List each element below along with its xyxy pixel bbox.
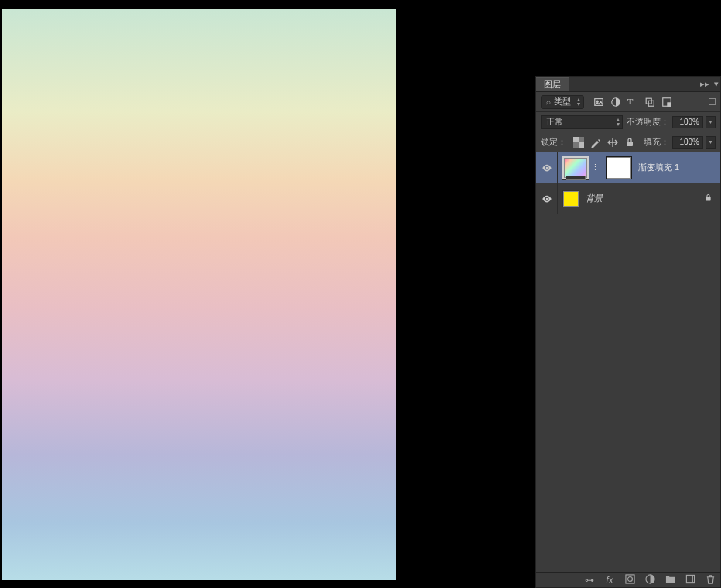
filter-adjust-icon[interactable] (610, 97, 621, 108)
svg-rect-14 (625, 574, 634, 583)
svg-rect-6 (668, 102, 671, 105)
lock-pixels-icon[interactable] (590, 137, 601, 148)
svg-rect-8 (573, 137, 579, 142)
svg-rect-17 (686, 575, 694, 583)
chevron-updown-icon: ▴▾ (577, 97, 580, 107)
svg-rect-9 (579, 142, 584, 148)
layer-thumbnail[interactable] (562, 156, 589, 179)
svg-point-11 (545, 166, 548, 169)
fill-field[interactable]: 100% (672, 136, 703, 149)
svg-rect-13 (706, 197, 710, 201)
layer-mask-thumbnail[interactable] (606, 156, 632, 179)
svg-point-1 (596, 101, 598, 102)
opacity-dropdown[interactable]: ▼ (706, 116, 716, 128)
lock-position-icon[interactable] (607, 137, 618, 148)
tab-layers[interactable]: 图层 (536, 77, 569, 91)
blend-mode-dropdown[interactable]: 正常 ▴▾ (541, 115, 623, 129)
blend-mode-value: 正常 (546, 116, 563, 128)
layer-fx-icon[interactable]: fx (604, 575, 615, 586)
fill-dropdown[interactable]: ▼ (706, 136, 716, 149)
visibility-toggle[interactable] (536, 183, 558, 214)
lock-icon (704, 193, 712, 203)
filter-text-icon[interactable]: T (627, 97, 638, 108)
menu-icon[interactable]: ▾ (714, 79, 719, 89)
visibility-toggle[interactable] (536, 152, 558, 183)
layer-list: ⋮ 渐变填充 1 背景 (536, 152, 720, 572)
svg-point-15 (627, 576, 632, 581)
layer-panel-footer: ⊶ fx (536, 572, 720, 587)
layer-name[interactable]: 渐变填充 1 (638, 162, 679, 173)
svg-point-12 (545, 197, 548, 200)
panel-menu[interactable]: ▸▸ ▾ (700, 79, 719, 89)
collapse-icon[interactable]: ▸▸ (700, 79, 709, 89)
layer-thumbnail[interactable] (562, 190, 579, 207)
opacity-field[interactable]: 100% (672, 116, 703, 128)
lock-transparency-icon[interactable] (573, 137, 584, 148)
layer-gradient-fill-1[interactable]: ⋮ 渐变填充 1 (536, 152, 720, 183)
svg-rect-10 (627, 142, 633, 146)
link-layers-icon[interactable]: ⊶ (584, 575, 595, 586)
link-icon[interactable]: ⋮ (591, 162, 599, 173)
filter-kind-dropdown[interactable]: ⌕ 类型 ▴▾ (541, 95, 584, 109)
new-adjustment-icon[interactable] (644, 574, 655, 586)
opacity-label: 不透明度： (627, 116, 669, 128)
layers-panel: 图层 ▸▸ ▾ ⌕ 类型 ▴▾ T (535, 76, 721, 588)
canvas-document[interactable] (2, 9, 396, 580)
layer-name[interactable]: 背景 (586, 193, 603, 204)
lock-label: 锁定： (541, 136, 566, 148)
filter-pixel-icon[interactable] (593, 97, 604, 108)
filter-toggle[interactable] (709, 98, 716, 105)
search-icon: ⌕ (546, 97, 551, 106)
filter-shape-icon[interactable] (644, 97, 655, 108)
new-group-icon[interactable] (665, 574, 675, 586)
new-layer-icon[interactable] (685, 574, 695, 586)
chevron-updown-icon: ▴▾ (617, 118, 620, 127)
add-mask-icon[interactable] (624, 574, 635, 586)
layer-background[interactable]: 背景 (536, 183, 720, 214)
lock-all-icon[interactable] (624, 137, 635, 148)
blend-row: 正常 ▴▾ 不透明度： 100% ▼ (536, 112, 720, 132)
panel-tabbar: 图层 ▸▸ ▾ (536, 77, 720, 92)
lock-row: 锁定： 填充： 100% ▼ (536, 132, 720, 152)
filter-row: ⌕ 类型 ▴▾ T (536, 92, 720, 112)
filter-smart-icon[interactable] (661, 97, 672, 108)
filter-kind-label: 类型 (554, 96, 571, 108)
delete-layer-icon[interactable] (705, 574, 716, 586)
fill-label: 填充： (644, 136, 669, 148)
